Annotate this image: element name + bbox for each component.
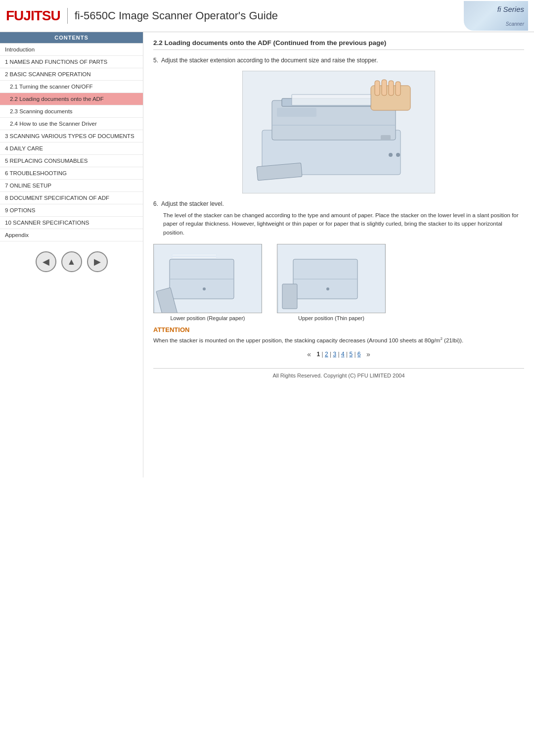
back-icon: ◀ <box>43 256 49 267</box>
sidebar-item-ch4[interactable]: 4 DAILY CARE <box>0 142 143 155</box>
scanner-image-container <box>153 71 524 193</box>
fujitsu-logo: FUJITSU <box>6 8 60 24</box>
svg-point-14 <box>389 153 393 157</box>
upper-stacker-svg <box>278 244 385 313</box>
step-6-label: Adjust the stacker level. <box>161 200 224 207</box>
header: FUJITSU fi-5650C Image Scanner Operator'… <box>0 0 534 32</box>
page-sep-3: | <box>345 351 350 358</box>
page-first-button[interactable]: « <box>307 350 311 358</box>
home-icon: ▲ <box>67 257 76 267</box>
main-layout: CONTENTS Introduction1 NAMES AND FUNCTIO… <box>0 32 534 477</box>
svg-rect-13 <box>277 108 316 117</box>
page-sep-4: | <box>353 351 357 358</box>
sidebar-item-intro[interactable]: Introduction <box>0 44 143 56</box>
upper-position-box: Upper position (Thin paper) <box>277 244 386 321</box>
nav-back-button[interactable]: ◀ <box>36 251 56 272</box>
page-link-6[interactable]: 6 <box>357 351 361 358</box>
page-link-2[interactable]: 2 <box>325 351 328 358</box>
lower-position-label: Lower position (Regular paper) <box>153 315 262 321</box>
page-sep-2: | <box>336 351 341 358</box>
sidebar-item-ch3[interactable]: 3 SCANNING VARIOUS TYPES OF DOCUMENTS <box>0 130 143 142</box>
svg-rect-7 <box>375 81 380 95</box>
sidebar-item-ch2-4[interactable]: 2.4 How to use the Scanner Driver <box>0 118 143 130</box>
sidebar-item-ch2-1[interactable]: 2.1 Turning the scanner ON/OFF <box>0 81 143 93</box>
sidebar-item-ch6[interactable]: 6 TROUBLESHOOTING <box>0 167 143 180</box>
sidebar-item-appendix[interactable]: Appendix <box>0 229 143 241</box>
sidebar-item-ch7[interactable]: 7 ONLINE SETUP <box>0 180 143 192</box>
nav-home-button[interactable]: ▲ <box>61 251 82 272</box>
lower-position-image <box>153 244 262 313</box>
lower-stacker-svg <box>155 244 261 313</box>
page-sep-1: | <box>328 351 333 358</box>
header-title: fi-5650C Image Scanner Operator's Guide <box>75 9 464 22</box>
footer: All Rights Reserved. Copyright (C) PFU L… <box>153 368 524 382</box>
sidebar-items-container: Introduction1 NAMES AND FUNCTIONS OF PAR… <box>0 44 143 241</box>
sidebar-item-ch2-2[interactable]: 2.2 Loading documents onto the ADF <box>0 93 143 105</box>
sidebar-nav: ◀ ▲ ▶ <box>0 241 143 282</box>
sidebar-item-ch5[interactable]: 5 REPLACING CONSUMABLES <box>0 155 143 167</box>
sidebar-contents-header: CONTENTS <box>0 32 143 44</box>
sidebar-item-ch1[interactable]: 1 NAMES AND FUNCTIONS OF PARTS <box>0 56 143 68</box>
svg-point-15 <box>396 153 400 157</box>
upper-position-image <box>277 244 386 313</box>
attention-label: ATTENTION <box>153 326 524 333</box>
svg-rect-8 <box>382 80 387 95</box>
scanner-illustration <box>242 71 435 193</box>
content-area: 2.2 Loading documents onto the ADF (Cont… <box>143 32 534 389</box>
step-6-description: The level of the stacker can be changed … <box>163 211 524 237</box>
svg-point-20 <box>203 287 206 290</box>
sidebar-item-ch9[interactable]: 9 OPTIONS <box>0 204 143 217</box>
sidebar-item-ch2[interactable]: 2 BASIC SCANNER OPERATION <box>0 68 143 81</box>
lower-position-box: Lower position (Regular paper) <box>153 244 262 321</box>
step-5-description: Adjust the stacker extension according t… <box>161 57 378 64</box>
page-sep-0: | <box>320 351 325 358</box>
fi-series-label: fi Series <box>497 5 524 13</box>
forward-icon: ▶ <box>94 256 101 267</box>
step-6-number: 6. <box>153 200 158 207</box>
section-title: 2.2 Loading documents onto the ADF (Cont… <box>153 39 524 50</box>
stacker-images-row: Lower position (Regular paper) <box>153 244 524 321</box>
sidebar-item-ch10[interactable]: 10 SCANNER SPECIFICATIONS <box>0 217 143 229</box>
step-6-text: 6. Adjust the stacker level. <box>153 200 524 207</box>
step-5-number: 5. <box>153 57 158 64</box>
fi-series-corner: fi Series Scanner <box>464 1 528 31</box>
sidebar-item-ch8[interactable]: 8 DOCUMENT SPECIFICATION OF ADF <box>0 192 143 204</box>
svg-rect-11 <box>292 94 371 105</box>
svg-rect-10 <box>396 82 400 95</box>
attention-text-before: When the stacker is mounted on the upper… <box>153 337 440 343</box>
page-link-4[interactable]: 4 <box>341 351 345 358</box>
nav-forward-button[interactable]: ▶ <box>87 251 108 272</box>
page-wrapper: FUJITSU fi-5650C Image Scanner Operator'… <box>0 0 534 756</box>
svg-rect-25 <box>282 284 297 309</box>
svg-point-27 <box>326 287 329 290</box>
upper-position-label: Upper position (Thin paper) <box>277 315 386 321</box>
svg-rect-9 <box>389 81 394 95</box>
svg-rect-22 <box>172 254 217 256</box>
pagination: « 1 | 2 | 3 | 4 | 5 | 6 » <box>153 350 524 358</box>
svg-rect-21 <box>172 257 217 258</box>
attention-text: When the stacker is mounted on the upper… <box>153 336 524 343</box>
page-last-button[interactable]: » <box>366 350 370 358</box>
step-5-text: 5. Adjust the stacker extension accordin… <box>153 57 524 64</box>
fi-series-sublabel: Scanner <box>506 21 524 27</box>
footer-text: All Rights Reserved. Copyright (C) PFU L… <box>272 373 404 378</box>
attention-text-after: (21lbi)). <box>443 337 463 343</box>
sidebar: CONTENTS Introduction1 NAMES AND FUNCTIO… <box>0 32 143 477</box>
pagination-links: 1 | 2 | 3 | 4 | 5 | 6 <box>316 351 360 358</box>
svg-rect-5 <box>381 135 391 140</box>
sidebar-item-ch2-3[interactable]: 2.3 Scanning documents <box>0 105 143 118</box>
logo-area: FUJITSU <box>6 8 68 24</box>
